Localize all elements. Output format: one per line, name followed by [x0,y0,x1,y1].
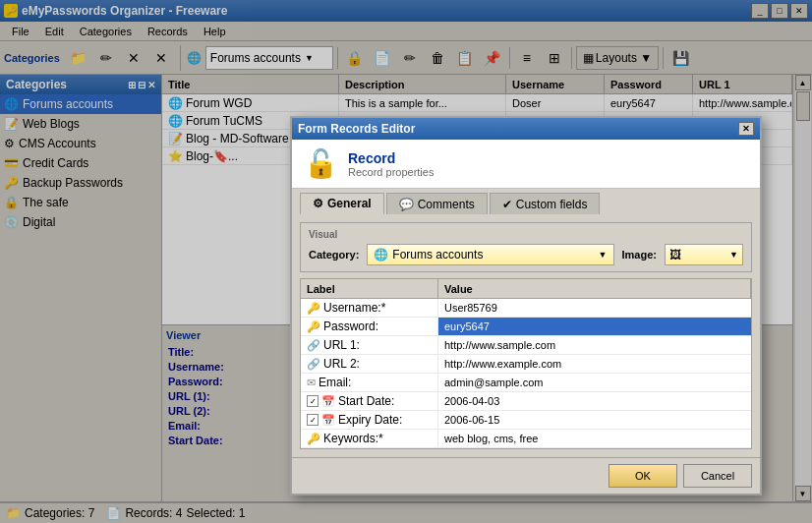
modal-header-text: Record Record properties [348,150,434,178]
modal-title-bar: Form Records Editor ✕ [292,118,760,140]
modal-record-title: Record [348,150,434,166]
field-row-url1[interactable]: 🔗 URL 1: http://www.sample.com [301,336,751,355]
image-select-icon: 🖼 [669,248,681,262]
modal-tabs: ⚙ General 💬 Comments ✔ Custom fields [292,189,760,214]
field-row-password[interactable]: 🔑 Password: eury5647 [301,318,751,336]
key-icon: 🔑 [307,302,320,315]
field-row-username[interactable]: 🔑 Username:* User85769 [301,299,751,318]
comments-tab-icon: 💬 [399,198,414,211]
fields-table-header: Label Value [301,279,751,299]
calendar-icon: 📅 [321,395,335,408]
fields-table: Label Value 🔑 Username:* User85769 🔑 Pas… [300,278,752,449]
category-select-icon: 🌐 [374,248,388,262]
key-icon: 🔑 [307,433,320,445]
tab-custom-fields[interactable]: ✔ Custom fields [490,193,601,214]
category-label: Category: [309,249,359,261]
modal-close-button[interactable]: ✕ [738,122,754,136]
link-icon: 🔗 [307,339,320,352]
visual-row: Category: 🌐 Forums accounts ▼ Image: 🖼 ▼ [309,244,743,265]
form-records-editor: Form Records Editor ✕ 🔓 Record Record pr… [290,116,762,495]
key-icon: 🔑 [307,320,320,333]
custom-fields-tab-icon: ✔ [502,198,512,211]
image-select[interactable]: 🖼 ▼ [665,244,743,265]
field-row-url2[interactable]: 🔗 URL 2: http://www.example.com [301,355,751,374]
visual-group: Visual Category: 🌐 Forums accounts ▼ Ima… [300,222,752,272]
category-select[interactable]: 🌐 Forums accounts ▼ [367,244,613,265]
modal-overlay: Form Records Editor ✕ 🔓 Record Record pr… [0,0,812,523]
tab-general[interactable]: ⚙ General [300,193,384,214]
field-row-email[interactable]: ✉ Email: admin@sample.com [301,374,751,392]
calendar-icon: 📅 [321,414,335,427]
startdate-checkbox[interactable] [307,395,319,407]
category-dropdown-arrow-icon: ▼ [599,250,608,260]
modal-header: 🔓 Record Record properties [292,140,760,189]
fth-value: Value [438,279,751,298]
cancel-button[interactable]: Cancel [683,464,752,488]
modal-footer: OK Cancel [292,457,760,494]
email-icon: ✉ [307,377,316,389]
modal-body: Visual Category: 🌐 Forums accounts ▼ Ima… [292,214,760,457]
fth-label: Label [301,279,438,298]
tab-comments[interactable]: 💬 Comments [386,193,488,214]
expirydate-checkbox[interactable] [307,414,319,426]
field-row-startdate[interactable]: 📅 Start Date: 2006-04-03 [301,392,751,411]
field-row-keywords[interactable]: 🔑 Keywords:* web blog, cms, free [301,430,751,448]
field-row-expirydate[interactable]: 📅 Expiry Date: 2006-06-15 [301,411,751,430]
image-dropdown-arrow-icon: ▼ [729,250,738,260]
lock-icon: 🔓 [304,147,338,180]
ok-button[interactable]: OK [609,464,677,488]
modal-record-subtitle: Record properties [348,166,434,178]
link-icon: 🔗 [307,358,320,371]
general-tab-icon: ⚙ [313,197,323,210]
image-label: Image: [622,249,657,261]
